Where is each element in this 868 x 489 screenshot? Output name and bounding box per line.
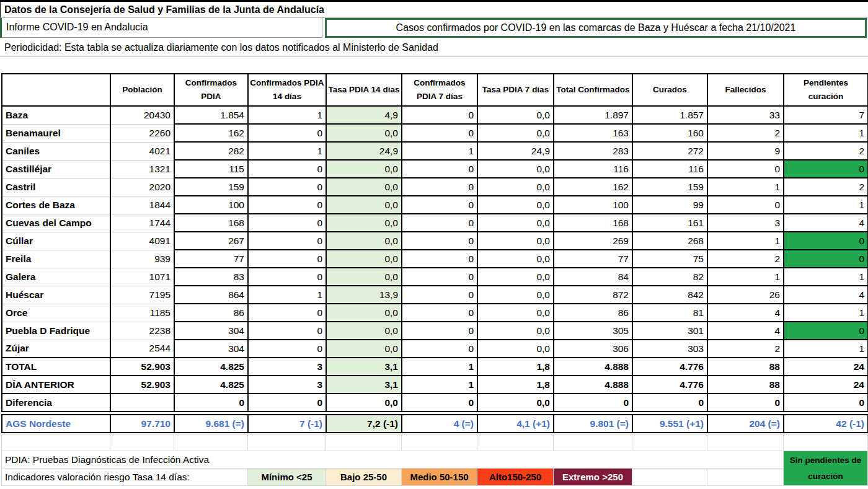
row-label[interactable]: AGS Nordeste: [2, 415, 110, 433]
cell[interactable]: 24,9: [326, 142, 402, 160]
cell[interactable]: 4.825: [174, 358, 248, 376]
cell[interactable]: 283: [554, 142, 632, 160]
cell[interactable]: 0: [248, 304, 326, 322]
cell[interactable]: 3: [248, 376, 326, 394]
cell[interactable]: 1: [784, 124, 868, 142]
cell[interactable]: 1185: [110, 304, 174, 322]
cell[interactable]: 1: [248, 106, 326, 124]
col-header-empty[interactable]: [2, 74, 110, 106]
cell[interactable]: 0: [248, 340, 326, 358]
cell[interactable]: 24: [784, 376, 868, 394]
col-header-conf-14[interactable]: Confirmados PDIA 14 días: [248, 74, 326, 106]
cell[interactable]: 83: [174, 268, 248, 286]
cell[interactable]: 2238: [110, 322, 174, 340]
cell[interactable]: 1,8: [477, 358, 554, 376]
cell[interactable]: 163: [554, 124, 632, 142]
cell[interactable]: 159: [632, 178, 707, 196]
col-header-total[interactable]: Total Confirmados: [554, 74, 632, 106]
cell[interactable]: 3,1: [326, 376, 402, 394]
cell[interactable]: 97.710: [110, 415, 174, 433]
cell[interactable]: 1,8: [477, 376, 554, 394]
row-label[interactable]: Diferencia: [2, 394, 110, 412]
cell[interactable]: 116: [554, 160, 632, 178]
cell[interactable]: 306: [554, 340, 632, 358]
cell[interactable]: 267: [174, 232, 248, 250]
cell[interactable]: 0,0: [477, 160, 554, 178]
cell[interactable]: 0: [248, 196, 326, 214]
col-header-fallecidos[interactable]: Fallecidos: [707, 74, 784, 106]
cell[interactable]: 1: [784, 304, 868, 322]
cell[interactable]: 0: [248, 214, 326, 232]
cell[interactable]: 0,0: [477, 214, 554, 232]
cell[interactable]: 0,0: [326, 196, 402, 214]
cell[interactable]: 7,2 (-1): [326, 415, 402, 433]
cell[interactable]: 0: [248, 250, 326, 268]
cell[interactable]: 88: [707, 376, 784, 394]
cell[interactable]: 864: [174, 286, 248, 304]
col-header-tasa-7[interactable]: Tasa PDIA 7 dias: [477, 74, 554, 106]
row-label[interactable]: Benamaurel: [2, 124, 110, 142]
cell[interactable]: 1.854: [174, 106, 248, 124]
cell[interactable]: 0: [402, 304, 477, 322]
cell[interactable]: 303: [632, 340, 707, 358]
cell[interactable]: 0,0: [477, 196, 554, 214]
cell[interactable]: 0: [784, 394, 868, 412]
cell[interactable]: 7 (-1): [248, 415, 326, 433]
cell[interactable]: 82: [632, 268, 707, 286]
cell[interactable]: 4: [707, 322, 784, 340]
cell[interactable]: 1844: [110, 196, 174, 214]
cell[interactable]: 0,0: [326, 214, 402, 232]
cell[interactable]: 0: [632, 394, 707, 412]
cell[interactable]: 99: [632, 196, 707, 214]
cell[interactable]: 162: [554, 178, 632, 196]
cell[interactable]: 2544: [110, 340, 174, 358]
cell[interactable]: 86: [554, 304, 632, 322]
cell[interactable]: 4 (=): [402, 415, 477, 433]
cell[interactable]: 26: [707, 286, 784, 304]
cell[interactable]: 4,1 (+1): [477, 415, 554, 433]
cell[interactable]: 301: [632, 322, 707, 340]
cell[interactable]: 0: [402, 322, 477, 340]
cell[interactable]: 0,0: [326, 304, 402, 322]
cell[interactable]: 0,0: [326, 322, 402, 340]
cell[interactable]: 1: [248, 286, 326, 304]
cell[interactable]: 1: [402, 376, 477, 394]
cell[interactable]: 0: [402, 250, 477, 268]
cell[interactable]: 100: [174, 196, 248, 214]
cell[interactable]: 7195: [110, 286, 174, 304]
cell[interactable]: 4.888: [554, 376, 632, 394]
cell[interactable]: 0,0: [326, 124, 402, 142]
col-header-poblacion[interactable]: Población: [110, 74, 174, 106]
row-label[interactable]: Huéscar: [2, 286, 110, 304]
cell[interactable]: 0: [402, 124, 477, 142]
cell[interactable]: 304: [174, 322, 248, 340]
row-label[interactable]: Castril: [2, 178, 110, 196]
cell[interactable]: 0: [707, 160, 784, 178]
cell[interactable]: 872: [554, 286, 632, 304]
cell[interactable]: 282: [174, 142, 248, 160]
cell[interactable]: 2: [784, 178, 868, 196]
cell[interactable]: 9.681 (=): [174, 415, 248, 433]
cell[interactable]: 0,0: [326, 232, 402, 250]
cell[interactable]: 9: [707, 142, 784, 160]
cell[interactable]: 0,0: [477, 304, 554, 322]
cell[interactable]: 0,0: [477, 394, 554, 412]
cell[interactable]: 4: [707, 304, 784, 322]
cell[interactable]: 0: [784, 322, 868, 340]
cell[interactable]: 4.888: [554, 358, 632, 376]
cell[interactable]: 4021: [110, 142, 174, 160]
cell[interactable]: 0: [402, 178, 477, 196]
cell[interactable]: 4: [784, 214, 868, 232]
cell[interactable]: 0: [248, 160, 326, 178]
cell[interactable]: 2020: [110, 178, 174, 196]
cell[interactable]: 1: [784, 340, 868, 358]
cell[interactable]: 0: [402, 340, 477, 358]
cell[interactable]: 0,0: [477, 340, 554, 358]
cell[interactable]: 0,0: [477, 124, 554, 142]
cell[interactable]: 42 (-1): [784, 415, 868, 433]
cell[interactable]: 0: [402, 232, 477, 250]
row-label[interactable]: DÍA ANTERIOR: [2, 376, 110, 394]
cell[interactable]: 115: [174, 160, 248, 178]
cell[interactable]: 4: [784, 286, 868, 304]
cell[interactable]: [110, 394, 174, 412]
